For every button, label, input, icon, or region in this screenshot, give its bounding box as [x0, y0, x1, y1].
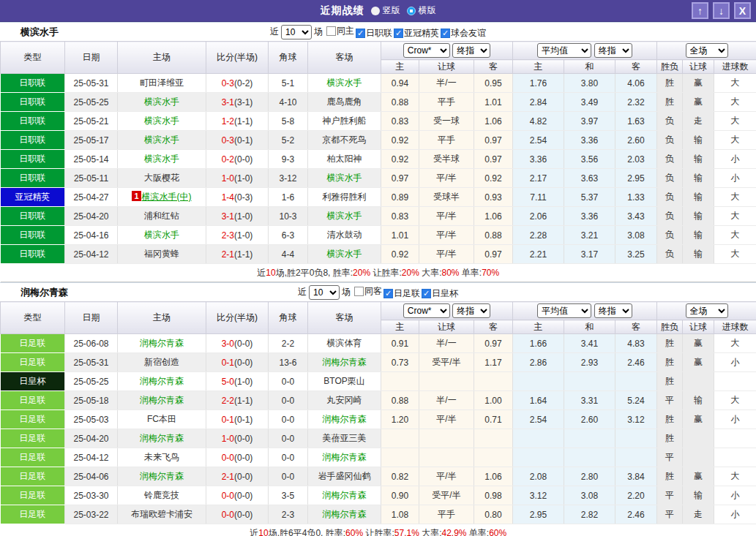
- euro-home-odds-cell: 3.12: [513, 486, 564, 505]
- half-time-score: (0-0): [234, 434, 252, 444]
- league-cell: 日足联: [1, 410, 65, 429]
- home-team-cell: 铃鹿竞技: [118, 486, 206, 505]
- crown-away-odds-cell: 1.06: [474, 112, 513, 131]
- score-cell: 3-1(3-1): [206, 93, 269, 112]
- result-cell: 负: [657, 226, 683, 245]
- home-team-cell: 润梅尔青森: [118, 467, 206, 486]
- filter-checkbox[interactable]: ✓日足联: [383, 287, 420, 300]
- bookmaker-select[interactable]: Crow*: [403, 43, 450, 58]
- date-cell: 25-05-03: [65, 410, 118, 429]
- col-goals: 进球数: [714, 320, 756, 334]
- crown-away-odds-cell: 1.17: [474, 353, 513, 372]
- league-cell: 日职联: [1, 226, 65, 245]
- goals-result-cell: 大: [714, 391, 756, 410]
- summary-segment: 场,胜2平0负8, 胜率:: [276, 268, 353, 278]
- home-team-cell: 横滨水手: [118, 150, 206, 169]
- result-cell: 胜: [657, 467, 683, 486]
- crown-handicap-cell: 平手: [419, 131, 474, 150]
- fulltime-scope-select[interactable]: 全场: [686, 303, 728, 318]
- euro-odds-type-select[interactable]: 终指: [594, 43, 632, 58]
- recent-count-select[interactable]: 10: [281, 25, 312, 39]
- filter-checkbox[interactable]: ✓日皇杯: [422, 287, 458, 300]
- layout-radio-horizontal[interactable]: 横版: [407, 4, 436, 17]
- home-team-cell: 浦和红钻: [118, 207, 206, 226]
- half-time-score: (3-1): [234, 97, 252, 107]
- filter-checkbox[interactable]: ✓亚冠精英: [394, 27, 439, 39]
- half-time-score: (1-1): [234, 249, 252, 260]
- away-team-cell: 美蓓亚三美: [308, 429, 381, 448]
- team-name-text: FC本田: [147, 414, 176, 424]
- corner-cell: 13-6: [269, 353, 308, 372]
- goals-result-cell: 小: [714, 169, 756, 188]
- full-time-score: 2-1: [222, 472, 234, 482]
- goals-result-cell: [714, 448, 756, 467]
- team-name-text: 润梅尔青森: [140, 471, 184, 481]
- close-button[interactable]: X: [734, 2, 751, 19]
- home-team-cell[interactable]: 1横滨水手(中): [118, 188, 206, 207]
- filter-checkbox[interactable]: 同客: [354, 285, 382, 298]
- fulltime-scope-select[interactable]: 全场: [686, 43, 728, 58]
- handicap-result-cell: 输: [683, 207, 714, 226]
- league-cell: 日皇杯: [1, 372, 65, 391]
- team-name-text: 岩手盛冈仙鹤: [318, 471, 371, 481]
- euro-away-odds-cell: 5.24: [615, 391, 657, 410]
- full-time-score: 1-4: [222, 192, 234, 203]
- filter-label: 亚冠精英: [404, 27, 439, 39]
- crown-handicap-cell: 受球半: [419, 188, 474, 207]
- match-row: 日足联25-06-08润梅尔青森3-0(0-0)2-2横滨体育0.91半/一0.…: [1, 334, 756, 353]
- radio-vertical-label: 竖版: [383, 4, 400, 17]
- match-row: 日皇杯25-05-25润梅尔青森5-0(1-0)0-0BTOP栗山胜: [1, 372, 756, 391]
- col-handicap: 让球: [419, 320, 474, 334]
- filter-checkbox[interactable]: 同主: [326, 25, 354, 37]
- scroll-up-button[interactable]: ↑: [692, 2, 708, 19]
- handicap-result-cell: 输: [683, 486, 714, 505]
- team-name-text: 未来飞鸟: [144, 452, 179, 462]
- layout-radio-vertical[interactable]: 竖版: [371, 4, 400, 17]
- scroll-down-button[interactable]: ↓: [713, 2, 730, 19]
- summary-segment: 让胜率:: [370, 268, 402, 278]
- recent-count-select[interactable]: 10: [309, 285, 340, 300]
- corner-cell: 0-0: [269, 410, 308, 429]
- up-arrow-icon: ↑: [697, 6, 703, 16]
- match-row: 日足联25-05-31新宿创造0-1(0-0)13-6润梅尔青森0.73受平/半…: [1, 353, 756, 372]
- euro-odds-type-select[interactable]: 终指: [594, 303, 632, 318]
- goals-result-cell: 大: [714, 207, 756, 226]
- col-home: 主场: [118, 302, 206, 334]
- half-time-score: (0-0): [234, 339, 252, 349]
- corner-cell: 6-3: [269, 226, 308, 245]
- euro-avg-select[interactable]: 平均值: [537, 303, 591, 318]
- filter-checkbox[interactable]: ✓日职联: [356, 27, 392, 39]
- euro-away-odds-cell: 2.95: [615, 169, 657, 188]
- col-euro-draw: 和: [564, 320, 615, 334]
- team-name-text: 润梅尔青森: [323, 357, 367, 367]
- home-team-cell: 新宿创造: [118, 353, 206, 372]
- score-cell: 0-3(0-2): [206, 74, 269, 93]
- euro-home-odds-cell: 2.28: [513, 226, 564, 245]
- euro-avg-select[interactable]: 平均值: [537, 43, 591, 58]
- crown-handicap-cell: 半/一: [419, 391, 474, 410]
- score-cell: 0-3(0-1): [206, 131, 269, 150]
- euro-away-odds-cell: 3.43: [615, 207, 657, 226]
- goals-result-cell: 小: [714, 486, 756, 505]
- league-cell: 日足联: [1, 429, 65, 448]
- date-cell: 25-05-31: [65, 353, 118, 372]
- result-cell: 平: [657, 391, 683, 410]
- corner-cell: 4-10: [269, 93, 308, 112]
- date-cell: 25-05-18: [65, 391, 118, 410]
- bookmaker-select[interactable]: Crow*: [403, 303, 450, 318]
- team-name-text: 润梅尔青森: [323, 509, 367, 519]
- euro-away-odds-cell: 2.20: [615, 486, 657, 505]
- team-filter-bar: 润梅尔青森 近 10 场 同客✓日足联✓日皇杯: [0, 282, 756, 301]
- summary-segment: 单率:: [460, 268, 482, 278]
- half-time-score: (1-0): [234, 230, 252, 241]
- match-row: 日职联25-05-25横滨水手3-1(3-1)4-10鹿岛鹿角0.88平手1.0…: [1, 93, 756, 112]
- home-team-cell: 横滨水手: [118, 112, 206, 131]
- goals-result-cell: 小: [714, 150, 756, 169]
- team-name-text: 横滨水手: [144, 135, 179, 145]
- filter-checkbox[interactable]: ✓球会友谊: [441, 27, 486, 39]
- team-name-text: 神户胜利船: [323, 116, 367, 126]
- full-time-score: 0-1: [222, 415, 234, 425]
- crown-odds-type-select[interactable]: 终指: [452, 303, 490, 318]
- crown-away-odds-cell: 0.88: [474, 226, 513, 245]
- crown-odds-type-select[interactable]: 终指: [452, 43, 490, 58]
